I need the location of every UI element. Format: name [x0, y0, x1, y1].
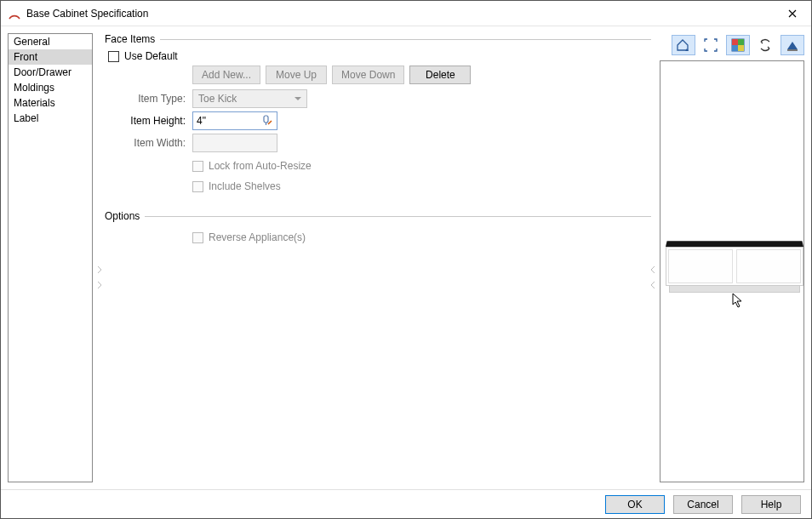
item-type-label: Item Type: [105, 93, 186, 105]
app-icon [8, 7, 21, 20]
preview-pane [660, 33, 804, 482]
move-down-button[interactable]: Move Down [332, 66, 404, 84]
item-width-input [192, 134, 277, 152]
chevron-down-icon [294, 97, 301, 100]
delete-button[interactable]: Delete [409, 66, 471, 84]
preview-toolbar [660, 33, 804, 57]
include-shelves-checkbox: Include Shelves [192, 180, 281, 192]
svg-rect-3 [738, 39, 744, 45]
item-height-value: 4" [197, 115, 206, 127]
color-toggle-icon[interactable] [726, 35, 750, 55]
add-new-button[interactable]: Add New... [192, 66, 260, 84]
titlebar: Base Cabinet Specification [1, 1, 811, 26]
zoom-extents-icon[interactable] [699, 35, 723, 55]
use-default-checkbox[interactable]: Use Default [108, 50, 178, 62]
dialog-window: Base Cabinet Specification GeneralFrontD… [0, 0, 812, 519]
item-width-label: Item Width: [105, 137, 186, 149]
item-height-label: Item Height: [105, 115, 186, 127]
svg-rect-2 [732, 39, 738, 45]
splitter-left-handle[interactable] [96, 256, 103, 299]
svg-rect-6 [787, 49, 798, 51]
face-items-group-header: Face Items [105, 33, 651, 45]
use-default-label: Use Default [124, 50, 178, 62]
help-button[interactable]: Help [741, 495, 801, 514]
dialog-body: GeneralFrontDoor/DrawerMoldingsMaterials… [1, 26, 811, 489]
orbit-icon[interactable] [753, 35, 777, 55]
elevation-icon[interactable] [781, 35, 804, 55]
splitter-right-handle[interactable] [649, 256, 656, 299]
cursor-icon [732, 293, 744, 311]
lock-auto-resize-checkbox: Lock from Auto-Resize [192, 160, 312, 172]
nav-item-moldings[interactable]: Moldings [9, 80, 92, 95]
close-button[interactable] [773, 1, 811, 26]
face-items-group-label: Face Items [105, 33, 155, 45]
lock-auto-resize-label: Lock from Auto-Resize [209, 160, 312, 172]
cancel-button[interactable]: Cancel [673, 495, 733, 514]
cabinet-preview [666, 240, 803, 293]
reverse-appliance-checkbox: Reverse Appliance(s) [192, 231, 306, 243]
nav-item-materials[interactable]: Materials [9, 95, 92, 111]
dialog-footer: OK Cancel Help [1, 489, 811, 518]
move-up-button[interactable]: Move Up [266, 66, 327, 84]
item-height-input[interactable]: 4" [192, 111, 277, 130]
preview-viewport[interactable] [660, 60, 804, 482]
options-group-header: Options [105, 210, 651, 222]
ok-button[interactable]: OK [605, 495, 665, 514]
item-type-combo: Toe Kick [192, 89, 307, 108]
reverse-appliance-label: Reverse Appliance(s) [209, 231, 306, 243]
center-panel: Face Items Use Default Add New... Move U… [96, 26, 656, 489]
svg-rect-0 [264, 116, 268, 123]
nav-item-front[interactable]: Front [9, 49, 92, 65]
item-type-value: Toe Kick [198, 93, 237, 105]
svg-rect-4 [732, 45, 738, 51]
svg-rect-5 [738, 45, 744, 51]
options-group-label: Options [105, 210, 140, 222]
nav-item-general[interactable]: General [9, 34, 92, 49]
include-shelves-label: Include Shelves [209, 180, 281, 192]
nav-item-door-drawer[interactable]: Door/Drawer [9, 65, 92, 80]
dialog-title: Base Cabinet Specification [26, 8, 148, 20]
nav-item-label[interactable]: Label [9, 111, 92, 126]
measure-icon[interactable] [260, 114, 274, 128]
home-view-icon[interactable] [672, 35, 695, 55]
category-list[interactable]: GeneralFrontDoor/DrawerMoldingsMaterials… [8, 33, 93, 482]
